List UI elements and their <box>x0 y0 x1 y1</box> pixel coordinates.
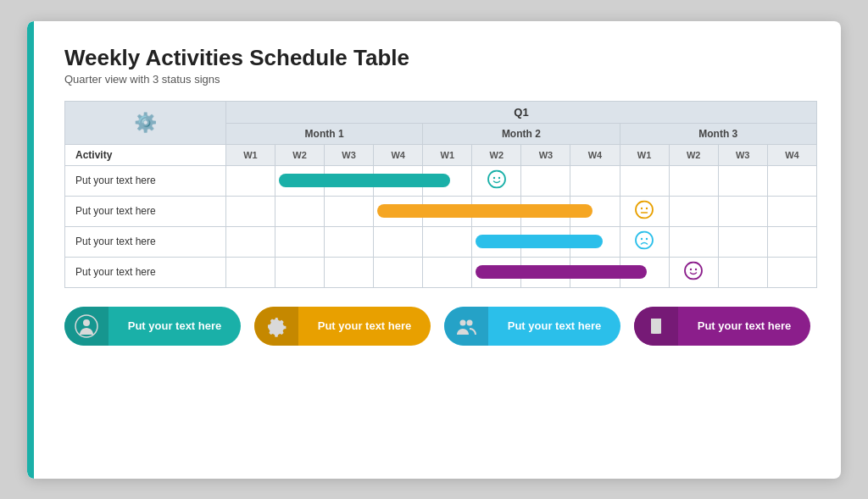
week-cell-r2-w9 <box>669 226 718 257</box>
person-icon <box>64 307 108 346</box>
week-cell-r1-w2 <box>325 196 374 226</box>
week-cell-r0-w10 <box>718 165 767 196</box>
gantt-bar <box>377 204 593 218</box>
week-cell-r0-w5 <box>472 165 521 196</box>
week-cell-r2-w10 <box>718 226 767 257</box>
svg-point-5 <box>646 208 648 209</box>
legend-pill-1: Put your text here <box>64 307 241 346</box>
week-w4-m3: W4 <box>767 144 816 165</box>
activity-label: Put your text here <box>65 196 226 226</box>
gantt-bar <box>476 265 647 279</box>
week-cell-r1-w10 <box>718 196 767 226</box>
week-w4-m2: W4 <box>570 144 620 165</box>
slide: Weekly Activities Schedule Table Quarter… <box>27 21 841 479</box>
week-cell-r1-w3 <box>374 196 423 226</box>
status-emoji <box>635 201 654 222</box>
svg-point-16 <box>467 319 473 325</box>
week-w3-m2: W3 <box>521 144 570 165</box>
table-row: Put your text here <box>65 165 817 196</box>
week-cell-r1-w0 <box>225 196 275 226</box>
week-cell-r3-w2 <box>325 257 374 287</box>
table-row: Put your text here <box>65 196 817 226</box>
gantt-bar <box>279 174 450 187</box>
slide-title: Weekly Activities Schedule Table <box>64 45 810 71</box>
week-cell-r3-w9 <box>669 257 718 287</box>
status-emoji <box>635 231 654 252</box>
week-cell-r3-w3 <box>374 257 423 287</box>
svg-point-12 <box>695 269 697 270</box>
svg-point-4 <box>641 208 643 209</box>
svg-point-7 <box>636 232 653 249</box>
week-cell-r3-w11 <box>767 257 816 287</box>
legend-label-1: Put your text here <box>108 319 241 332</box>
week-cell-r2-w2 <box>325 226 374 257</box>
people-icon <box>444 307 488 346</box>
week-w3-m3: W3 <box>718 144 767 165</box>
week-w3-m1: W3 <box>325 144 374 165</box>
bookmark-icon <box>634 307 678 346</box>
week-cell-r0-w8 <box>620 165 669 196</box>
quarter-header: Q1 <box>225 101 816 123</box>
svg-point-15 <box>460 319 466 325</box>
week-cell-r2-w3 <box>374 226 423 257</box>
activity-label: Put your text here <box>65 257 226 287</box>
svg-point-0 <box>488 171 505 188</box>
legend-pill-4: Put your text here <box>634 307 810 346</box>
week-cell-r3-w0 <box>225 257 275 287</box>
week-cell-r3-w4 <box>423 257 472 287</box>
activity-label: Put your text here <box>65 165 226 196</box>
week-w2-m2: W2 <box>472 144 521 165</box>
table-row: Put your text here <box>65 257 817 287</box>
month2-header: Month 2 <box>423 123 620 144</box>
gear-header: ⚙️ <box>65 101 226 144</box>
week-cell-r3-w1 <box>275 257 324 287</box>
week-w1-m2: W1 <box>423 144 472 165</box>
legend-label-3: Put your text here <box>488 319 620 332</box>
week-w2-m3: W2 <box>669 144 718 165</box>
svg-point-14 <box>83 319 90 326</box>
week-cell-r2-w5 <box>472 226 521 257</box>
svg-point-3 <box>636 202 653 219</box>
week-cell-r1-w1 <box>275 196 324 226</box>
activity-label: Put your text here <box>65 226 226 257</box>
week-cell-r0-w11 <box>767 165 816 196</box>
week-cell-r2-w1 <box>275 226 324 257</box>
svg-point-11 <box>690 269 692 270</box>
legend-pill-2: Put your text here <box>254 307 431 346</box>
week-cell-r1-w11 <box>767 196 816 226</box>
week-cell-r1-w9 <box>669 196 718 226</box>
gear-icon: ⚙️ <box>134 112 157 133</box>
week-cell-r0-w1 <box>275 165 324 196</box>
accent-bar <box>27 21 34 479</box>
week-cell-r0-w9 <box>669 165 718 196</box>
svg-point-8 <box>641 238 643 240</box>
week-cell-r3-w10 <box>718 257 767 287</box>
month1-header: Month 1 <box>225 123 422 144</box>
week-cell-r2-w0 <box>225 226 275 257</box>
week-w1-m1: W1 <box>225 144 275 165</box>
week-cell-r0-w7 <box>570 165 620 196</box>
svg-point-1 <box>493 177 495 179</box>
svg-point-2 <box>498 177 500 179</box>
activity-col-header: Activity <box>65 144 226 165</box>
week-cell-r0-w0 <box>225 165 275 196</box>
svg-point-10 <box>685 263 702 280</box>
week-w4-m1: W4 <box>374 144 423 165</box>
status-emoji <box>684 262 703 283</box>
week-w1-m3: W1 <box>620 144 669 165</box>
week-cell-r2-w8 <box>620 226 669 257</box>
legend-label-4: Put your text here <box>678 319 810 332</box>
schedule-table: ⚙️ Q1 Month 1 Month 2 Month 3 Activity W… <box>64 101 817 288</box>
gear-icon <box>254 307 298 346</box>
week-cell-r0-w6 <box>521 165 570 196</box>
week-w2-m1: W2 <box>275 144 324 165</box>
legend-row: Put your text herePut your text herePut … <box>64 307 810 346</box>
slide-header: Weekly Activities Schedule Table Quarter… <box>64 45 810 86</box>
status-emoji <box>487 170 506 191</box>
week-cell-r2-w11 <box>767 226 816 257</box>
table-row: Put your text here <box>65 226 817 257</box>
week-cell-r1-w8 <box>620 196 669 226</box>
month3-header: Month 3 <box>620 123 816 144</box>
legend-pill-3: Put your text here <box>444 307 620 346</box>
legend-label-2: Put your text here <box>298 319 431 332</box>
